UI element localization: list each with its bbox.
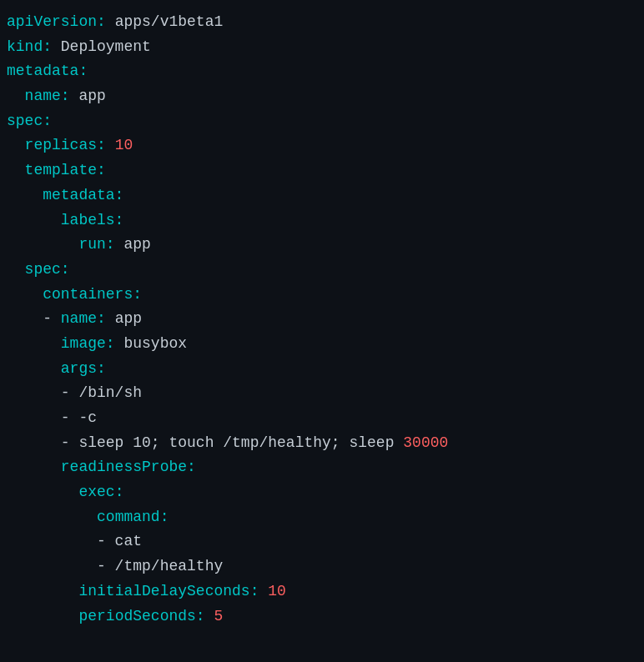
- code-token: replicas:: [7, 137, 115, 153]
- code-line: apiVersion: apps/v1beta1: [7, 10, 637, 35]
- code-token: [7, 360, 61, 377]
- code-token: containers:: [7, 286, 142, 303]
- code-token: apiVersion:: [7, 13, 115, 30]
- code-token: 10: [268, 583, 286, 599]
- code-line: image: busybox: [7, 332, 637, 357]
- code-token: initialDelaySeconds:: [78, 583, 268, 599]
- code-line: - /tmp/healthy: [7, 554, 637, 579]
- code-token: [7, 335, 61, 352]
- code-token: [7, 583, 78, 599]
- code-line: template:: [7, 158, 637, 183]
- code-line: labels:: [7, 208, 637, 233]
- code-line: metadata:: [7, 183, 637, 208]
- code-token: run:: [7, 236, 123, 253]
- code-line: args:: [7, 357, 637, 382]
- code-token: 5: [214, 608, 223, 624]
- code-line: containers:: [7, 283, 637, 308]
- code-token: metadata:: [7, 187, 123, 203]
- code-token: app: [123, 236, 150, 253]
- code-token: 30000: [403, 434, 448, 451]
- code-token: Deployment: [61, 38, 151, 55]
- code-token: spec:: [7, 113, 52, 129]
- code-line: - -c: [7, 406, 637, 431]
- code-editor: apiVersion: apps/v1beta1kind: Deployment…: [7, 10, 637, 629]
- code-line: - sleep 10; touch /tmp/healthy; sleep 30…: [7, 431, 637, 456]
- code-token: 10: [115, 137, 133, 153]
- code-token: periodSeconds:: [78, 608, 214, 624]
- code-token: kind:: [7, 38, 61, 55]
- code-token: app: [78, 88, 105, 104]
- code-token: readinessProbe:: [61, 459, 196, 475]
- code-token: [7, 459, 61, 475]
- code-line: - cat: [7, 529, 637, 554]
- code-line: run: app: [7, 233, 637, 258]
- code-token: [7, 509, 97, 525]
- code-token: [7, 608, 78, 624]
- code-line: - name: app: [7, 307, 637, 332]
- code-line: exec:: [7, 480, 637, 505]
- code-line: spec:: [7, 258, 637, 283]
- code-line: - /bin/sh: [7, 381, 637, 406]
- code-line: name: app: [7, 84, 637, 109]
- code-line: spec:: [7, 109, 637, 134]
- code-token: - -c: [7, 409, 97, 426]
- code-token: name:: [7, 88, 78, 104]
- code-line: periodSeconds: 5: [7, 604, 637, 629]
- code-token: - cat: [7, 533, 142, 549]
- code-token: command:: [97, 509, 169, 525]
- code-token: exec:: [78, 484, 123, 500]
- code-token: app: [115, 310, 142, 327]
- code-line: command:: [7, 505, 637, 530]
- code-token: image:: [61, 335, 124, 352]
- code-token: name:: [61, 310, 115, 327]
- code-token: - /tmp/healthy: [7, 558, 223, 574]
- code-line: replicas: 10: [7, 133, 637, 158]
- code-token: [7, 484, 78, 500]
- code-line: kind: Deployment: [7, 35, 637, 60]
- code-line: readinessProbe:: [7, 455, 637, 480]
- code-token: metadata:: [7, 63, 88, 79]
- code-line: initialDelaySeconds: 10: [7, 579, 637, 604]
- code-token: template:: [7, 162, 106, 178]
- code-token: -: [7, 310, 61, 327]
- code-line: metadata:: [7, 59, 637, 84]
- code-token: apps/v1beta1: [115, 13, 224, 30]
- code-token: - /bin/sh: [7, 384, 142, 401]
- code-token: busybox: [123, 335, 187, 352]
- code-token: args:: [61, 360, 106, 377]
- code-token: spec:: [7, 261, 70, 278]
- code-token: - sleep 10; touch /tmp/healthy; sleep: [7, 434, 403, 451]
- code-token: labels:: [7, 212, 123, 228]
